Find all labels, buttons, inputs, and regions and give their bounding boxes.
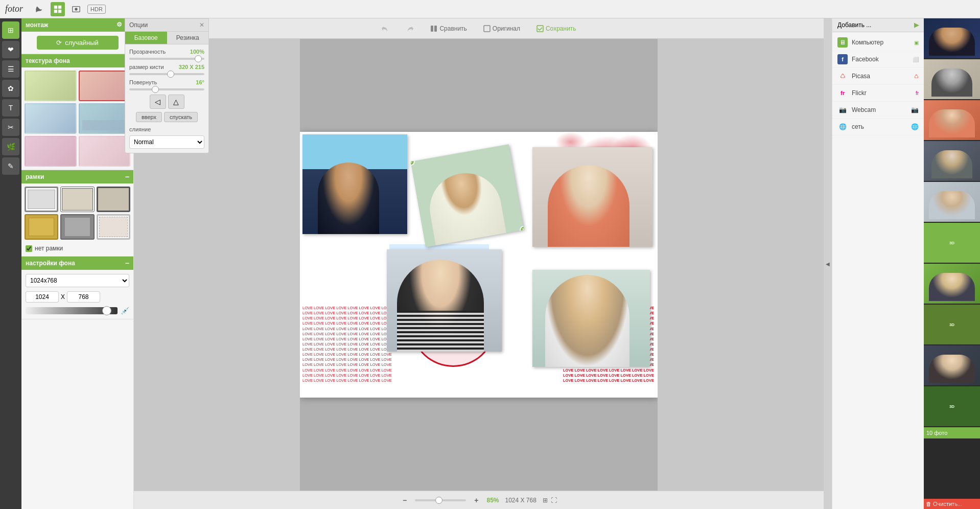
source-facebook[interactable]: f Facebook ⬜ bbox=[832, 51, 924, 68]
source-picasa[interactable]: ♺ Picasa ♺ bbox=[832, 68, 924, 85]
toolbar-top: Сравнить Оригинал Сохранить bbox=[134, 18, 824, 39]
brush-size-thumb[interactable] bbox=[167, 71, 174, 78]
rotate-slider[interactable] bbox=[129, 88, 204, 90]
frame-5[interactable] bbox=[60, 214, 94, 240]
photo-slot-3[interactable] bbox=[532, 147, 652, 247]
add-button[interactable]: ▶ bbox=[914, 21, 919, 29]
bg-width-input[interactable] bbox=[26, 291, 59, 303]
text-nav[interactable]: ☰ bbox=[2, 60, 19, 78]
zoom-thumb[interactable] bbox=[435, 497, 442, 504]
texture-2[interactable] bbox=[79, 71, 131, 101]
photo-thumb-1[interactable] bbox=[924, 18, 980, 59]
leaf-nav[interactable]: 🌿 bbox=[2, 138, 19, 155]
blend-select[interactable]: Normal Multiply Screen Overlay bbox=[129, 135, 204, 149]
share-nav[interactable]: T bbox=[2, 99, 19, 117]
original-button[interactable]: Оригинал bbox=[479, 23, 524, 34]
sticker-nav[interactable]: ❤ bbox=[2, 41, 19, 58]
bg-settings-title: настройки фона bbox=[26, 260, 75, 267]
collapse-arrow[interactable]: ◀ bbox=[824, 18, 832, 509]
edit-nav[interactable]: ✎ bbox=[2, 157, 19, 175]
frame-2[interactable] bbox=[60, 187, 94, 212]
main-area: ⊞ ❤ ☰ ✿ T ✂ 🌿 ✎ монтаж ⚙ − ⟳ случайный bbox=[0, 18, 980, 509]
trash-icon: 🗑 bbox=[926, 501, 931, 507]
texture-1[interactable] bbox=[25, 71, 77, 101]
clear-button[interactable]: 🗑 Очистить... bbox=[924, 499, 980, 509]
zoom-out-button[interactable]: − bbox=[401, 496, 409, 504]
source-webcam[interactable]: 📷 Webcam 📷 bbox=[832, 102, 924, 119]
bg-settings-collapse[interactable]: − bbox=[125, 259, 129, 267]
collage-tool[interactable] bbox=[51, 2, 65, 16]
no-frame-row[interactable]: нет рамки bbox=[21, 243, 133, 256]
texture-4[interactable] bbox=[79, 103, 131, 134]
montage-title: монтаж bbox=[26, 21, 48, 29]
undo-button[interactable] bbox=[377, 22, 393, 35]
photo-thumb-5[interactable] bbox=[924, 182, 980, 223]
collage-canvas[interactable]: LOVE LOVE LOVE LOVE LOVE LOVE LOVE LOVE … bbox=[300, 132, 658, 398]
source-computer[interactable]: 🖥 Компьютер ▣ bbox=[832, 34, 924, 51]
crop-nav[interactable]: ✂ bbox=[2, 119, 19, 136]
brush-tool[interactable] bbox=[32, 2, 46, 16]
save-button[interactable]: Сохранить bbox=[532, 23, 580, 34]
zoom-slider[interactable] bbox=[415, 499, 466, 501]
facebook-icon: f bbox=[837, 54, 848, 64]
photo-thumb-3[interactable] bbox=[924, 100, 980, 141]
flickr-fr-icon: fr bbox=[916, 90, 919, 96]
photo-thumb-9[interactable] bbox=[924, 345, 980, 386]
frame-6[interactable] bbox=[97, 214, 130, 240]
source-web[interactable]: 🌐 сеть 🌐 bbox=[832, 119, 924, 135]
photo-slot-4[interactable] bbox=[387, 249, 502, 352]
svg-rect-2 bbox=[54, 9, 57, 12]
frame-4[interactable] bbox=[25, 214, 58, 240]
texture-6[interactable] bbox=[79, 136, 131, 167]
color-slider[interactable] bbox=[26, 307, 118, 314]
bg-settings-body: 1024x768 800x600 1280x720 X 💉 bbox=[21, 270, 133, 319]
compare-button[interactable]: Сравнить bbox=[426, 23, 471, 34]
texture-5[interactable] bbox=[25, 136, 77, 167]
eyedropper-icon[interactable]: 💉 bbox=[121, 307, 129, 315]
up-button[interactable]: вверх bbox=[136, 112, 162, 122]
tab-basic[interactable]: Базовое bbox=[125, 32, 167, 44]
frames-collapse[interactable]: − bbox=[125, 173, 129, 181]
full-view-icon[interactable]: ⛶ bbox=[551, 497, 557, 504]
options-close[interactable]: ✕ bbox=[199, 21, 204, 29]
down-button[interactable]: спускать bbox=[164, 112, 198, 122]
photo-thumb-10[interactable]: 3D bbox=[924, 386, 980, 427]
updown-buttons: вверх спускать bbox=[129, 112, 204, 122]
bg-height-input[interactable] bbox=[67, 291, 100, 303]
hdr-tool[interactable]: HDR bbox=[87, 5, 106, 14]
flickr-label: Flickr bbox=[852, 89, 867, 97]
photo-thumb-7[interactable] bbox=[924, 264, 980, 305]
rotate-thumb[interactable] bbox=[152, 86, 159, 93]
bg-size-select[interactable]: 1024x768 800x600 1280x720 bbox=[26, 274, 129, 287]
color-slider-thumb[interactable] bbox=[102, 306, 111, 315]
grid-view-icon[interactable]: ⊞ bbox=[543, 497, 548, 504]
frame-3[interactable] bbox=[97, 187, 130, 212]
photo-thumb-8[interactable]: 3D bbox=[924, 305, 980, 345]
photo-thumb-4[interactable] bbox=[924, 141, 980, 182]
source-list: 🖥 Компьютер ▣ f Facebook ⬜ ♺ Picasa ♺ fr… bbox=[832, 32, 924, 137]
source-flickr[interactable]: fr Flickr fr bbox=[832, 85, 924, 102]
random-button[interactable]: ⟳ случайный bbox=[37, 36, 119, 50]
texture-3[interactable] bbox=[25, 103, 77, 134]
no-frame-checkbox[interactable] bbox=[26, 245, 32, 252]
tab-eraser[interactable]: Резинка bbox=[167, 32, 209, 44]
zoom-in-button[interactable]: + bbox=[472, 496, 480, 504]
right-container: ◀ Добавить ... ▶ 🖥 Компьютер ▣ f Faceboo… bbox=[824, 18, 980, 509]
opacity-slider[interactable] bbox=[129, 58, 204, 60]
effects-nav[interactable]: ✿ bbox=[2, 80, 19, 97]
photo-slot-1[interactable] bbox=[302, 134, 407, 234]
montage-settings-icon[interactable]: ⚙ bbox=[116, 21, 122, 29]
arrow-left[interactable]: ◁ bbox=[150, 95, 166, 109]
photo-slot-5[interactable] bbox=[532, 270, 650, 367]
arrow-up[interactable]: △ bbox=[168, 95, 184, 109]
photo-tool[interactable] bbox=[69, 2, 83, 16]
photo-slot-2[interactable]: ✕ ↻ bbox=[411, 144, 524, 247]
brush-size-slider[interactable] bbox=[129, 73, 204, 75]
opacity-thumb[interactable] bbox=[195, 55, 202, 62]
redo-button[interactable] bbox=[402, 22, 418, 35]
frames-header: рамки − bbox=[21, 170, 133, 183]
photo-thumb-2[interactable] bbox=[924, 59, 980, 100]
frame-1[interactable] bbox=[25, 187, 58, 212]
montage-nav[interactable]: ⊞ bbox=[2, 21, 19, 39]
photo-thumb-6[interactable]: 3D bbox=[924, 223, 980, 264]
